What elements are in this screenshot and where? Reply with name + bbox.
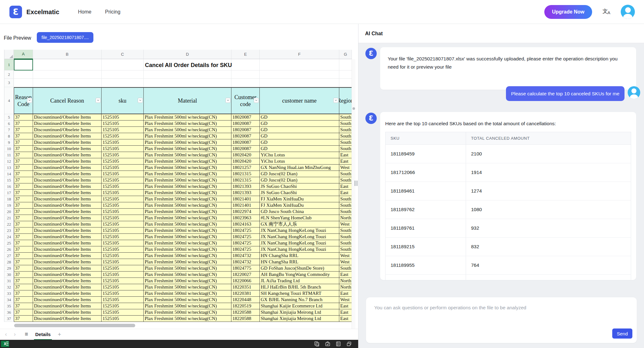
horizontal-scrollbar-thumb[interactable] bbox=[14, 324, 135, 327]
cell[interactable]: 1525105 bbox=[102, 290, 144, 297]
cell[interactable]: Plax Freshmint 500ml w/necktag(CN) bbox=[144, 114, 231, 121]
row-header-17[interactable]: 17 bbox=[4, 190, 14, 196]
row-header-1[interactable]: 1 bbox=[4, 59, 14, 70]
cell[interactable]: Discountinued/Obselete Items bbox=[33, 209, 102, 215]
cell[interactable]: Plax Freshmint 500ml w/necktag(CN) bbox=[144, 139, 231, 146]
cell[interactable]: 1525105 bbox=[102, 171, 144, 177]
cell[interactable]: 1525105 bbox=[102, 177, 144, 183]
cell[interactable]: Discountinued/Obselete Items bbox=[33, 196, 102, 202]
row-header-18[interactable]: 18 bbox=[4, 196, 14, 202]
chevron-left-icon[interactable]: ‹ bbox=[3, 329, 9, 340]
cell[interactable] bbox=[102, 79, 144, 87]
cell[interactable]: East bbox=[339, 190, 352, 196]
select-all-corner[interactable] bbox=[4, 50, 14, 59]
cell[interactable] bbox=[102, 59, 144, 70]
row-header-31[interactable]: 31 bbox=[4, 278, 14, 284]
file-badge[interactable]: file_20250218071807.... bbox=[37, 32, 93, 43]
cell[interactable]: 1525105 bbox=[102, 139, 144, 146]
cell[interactable]: Discountinued/Obselete Items bbox=[33, 290, 102, 297]
cell[interactable]: 37 bbox=[14, 234, 33, 240]
cell[interactable] bbox=[231, 70, 260, 79]
cell[interactable]: Discountinued/Obselete Items bbox=[33, 234, 102, 240]
cell[interactable]: East bbox=[339, 158, 352, 165]
filter-header-cell[interactable]: Material bbox=[144, 87, 231, 114]
cell[interactable]: 37 bbox=[14, 215, 33, 221]
cell[interactable]: West bbox=[339, 165, 352, 171]
cell[interactable]: Discountinued/Obselete Items bbox=[33, 253, 102, 259]
cell[interactable]: 37 bbox=[14, 190, 33, 196]
cell[interactable]: HLJ HaErBin BJHL 5th Branch bbox=[260, 284, 339, 290]
row-header-21[interactable]: 21 bbox=[4, 215, 14, 221]
row-header-29[interactable]: 29 bbox=[4, 265, 14, 272]
cell[interactable]: 37 bbox=[14, 139, 33, 146]
cell[interactable]: Discountinued/Obselete Items bbox=[33, 221, 102, 227]
cell[interactable]: East bbox=[339, 272, 352, 278]
cell[interactable]: East bbox=[339, 290, 352, 297]
cell[interactable]: Plax Freshmint 500ml w/necktag(CN) bbox=[144, 121, 231, 127]
cell[interactable]: Shanghai Xinjiajia Meirong Ltd bbox=[260, 316, 339, 322]
cell[interactable]: Plax Freshmint 500ml w/necktag(CN) bbox=[144, 272, 231, 278]
cell[interactable]: 18024732 bbox=[231, 259, 260, 265]
cell[interactable]: Plax Freshmint 500ml w/necktag(CN) bbox=[144, 234, 231, 240]
sheet-tab-details[interactable]: Details bbox=[31, 329, 54, 340]
cell[interactable]: Discountinued/Obselete Items bbox=[33, 202, 102, 209]
row-header-28[interactable]: 28 bbox=[4, 259, 14, 265]
cell[interactable]: 18021257 bbox=[231, 165, 260, 171]
row-header-37[interactable]: 37 bbox=[4, 316, 14, 322]
row-header-16[interactable]: 16 bbox=[4, 183, 14, 190]
cell[interactable]: 37 bbox=[14, 196, 33, 202]
cell[interactable]: Plax Freshmint 500ml w/necktag(CN) bbox=[144, 196, 231, 202]
cell[interactable] bbox=[33, 59, 102, 70]
filter-header-cell[interactable]: customer name bbox=[260, 87, 339, 114]
cell[interactable]: 18220351 bbox=[231, 284, 260, 290]
cell[interactable]: 1525105 bbox=[102, 259, 144, 265]
cell[interactable]: 37 bbox=[14, 259, 33, 265]
cell[interactable]: 18020087 bbox=[231, 133, 260, 139]
cell[interactable]: Plax Freshmint 500ml w/necktag(CN) bbox=[144, 309, 231, 316]
excel-app-icon[interactable]: X bbox=[1, 341, 9, 347]
column-header-C[interactable]: C bbox=[102, 50, 144, 59]
cell[interactable]: JX NanChang HongKeLong Touzi bbox=[260, 227, 339, 234]
cell[interactable]: Plax Freshmint 500ml w/necktag(CN) bbox=[144, 177, 231, 183]
cell[interactable]: South bbox=[339, 209, 352, 215]
cell[interactable]: South bbox=[339, 171, 352, 177]
cell[interactable]: 18022974 bbox=[231, 209, 260, 215]
cell[interactable]: 18220519 bbox=[231, 303, 260, 309]
cell[interactable]: 18220066 bbox=[231, 278, 260, 284]
cell[interactable]: Plax Freshmint 500ml w/necktag(CN) bbox=[144, 165, 231, 171]
row-header-14[interactable]: 14 bbox=[4, 171, 14, 177]
cell[interactable]: South bbox=[339, 246, 352, 253]
cell[interactable]: GD bbox=[260, 114, 339, 121]
cell[interactable]: JS SuGuo ChaoShi bbox=[260, 190, 339, 196]
excelmatic-logo-icon[interactable]: Ɛ bbox=[9, 6, 22, 18]
cell[interactable]: West bbox=[339, 259, 352, 265]
column-header-A[interactable]: A bbox=[14, 50, 33, 59]
cell[interactable]: Discountinued/Obselete Items bbox=[33, 121, 102, 127]
vertical-scrollbar-thumb[interactable] bbox=[353, 107, 355, 110]
add-sheet-icon[interactable]: + bbox=[56, 329, 63, 340]
cell[interactable]: Plax Freshmint 500ml w/necktag(CN) bbox=[144, 152, 231, 158]
panel-resize-handle[interactable] bbox=[354, 181, 358, 186]
row-header-22[interactable]: 22 bbox=[4, 221, 14, 227]
cell[interactable]: South bbox=[339, 127, 352, 133]
cell[interactable]: 18024163 bbox=[231, 221, 260, 227]
cell[interactable]: 1525105 bbox=[102, 133, 144, 139]
cell[interactable]: 1525105 bbox=[102, 278, 144, 284]
cell[interactable]: Plax Freshmint 500ml w/necktag(CN) bbox=[144, 133, 231, 139]
cell[interactable]: 37 bbox=[14, 272, 33, 278]
cell[interactable]: Discountinued/Obselete Items bbox=[33, 316, 102, 322]
filter-header-cell[interactable]: sku bbox=[102, 87, 144, 114]
row-header-27[interactable]: 27 bbox=[4, 253, 14, 259]
cell[interactable]: 1525105 bbox=[102, 221, 144, 227]
cell[interactable]: AH BangBu YongWang Commodity bbox=[260, 272, 339, 278]
cell[interactable]: Discountinued/Obselete Items bbox=[33, 177, 102, 183]
cell[interactable]: JX NanChang HongKeLong Touzi bbox=[260, 240, 339, 246]
cell[interactable]: Shanghai Kaijie Ecommerce Ltd bbox=[260, 303, 339, 309]
filter-header-cell[interactable]: Reason Code bbox=[14, 87, 33, 114]
cell[interactable]: 37 bbox=[14, 171, 33, 177]
cell[interactable]: 1525105 bbox=[102, 121, 144, 127]
cell[interactable]: Plax Freshmint 500ml w/necktag(CN) bbox=[144, 290, 231, 297]
cell[interactable]: East bbox=[339, 152, 352, 158]
pages-icon[interactable] bbox=[314, 341, 320, 347]
cell[interactable]: 37 bbox=[14, 221, 33, 227]
